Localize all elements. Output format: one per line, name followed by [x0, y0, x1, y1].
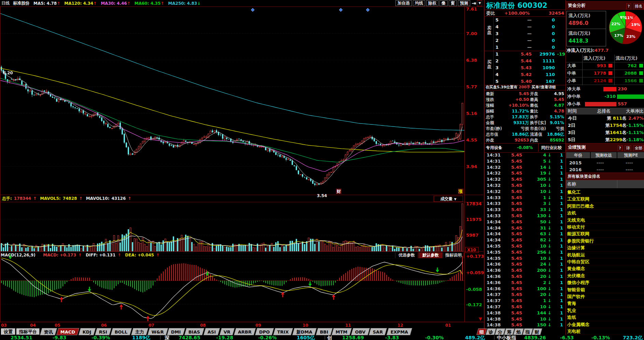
tick-tab-焰[interactable]: 焰 — [513, 328, 523, 335]
sector-item-中韩自贸区[interactable]: 中韩自贸区 — [566, 258, 644, 265]
industry-compare-button[interactable]: 同行业比较 — [541, 144, 562, 152]
tick-row: 14:345.4582 ↓1 — [485, 237, 565, 243]
svg-text:+0.059: +0.059 — [466, 270, 484, 275]
indicator-tab-VR[interactable]: VR — [219, 328, 234, 335]
tick-row: 14:365.45100 ↓1 — [485, 286, 565, 292]
toolbar-button-均线[interactable]: 均线 — [413, 0, 425, 6]
indicator-tab-DPO[interactable]: DPO — [255, 328, 274, 335]
notice-qty: 200手 — [519, 85, 530, 89]
indicator-tab-KDJ[interactable]: KDJ — [79, 328, 96, 335]
indicator-tab-新DMA[interactable]: 新DMA — [292, 328, 317, 335]
notice-detail-link[interactable]: 买单!查看详细 — [532, 85, 556, 89]
tick-row: 14:355.45256 ↓1 — [485, 249, 565, 255]
forecast-all-button[interactable]: 全部 — [633, 145, 644, 151]
sector-item-造纸[interactable]: 造纸 — [566, 314, 644, 321]
sector-item-小金属概念[interactable]: 小金属概念 — [566, 321, 644, 328]
toolbar-button-叠[interactable]: 叠 — [439, 0, 448, 6]
indicator-tab-资讯[interactable]: 资讯 — [40, 328, 57, 335]
sector-item-移动支付[interactable]: 移动支付 — [566, 224, 644, 231]
tick-row: 14:385.45150 ↓1 — [485, 322, 565, 328]
settings-button[interactable]: 设置 — [1, 328, 15, 335]
event-marker-icon[interactable] — [339, 8, 342, 12]
sector-item-工业互联网[interactable]: 工业互联网 — [566, 196, 644, 203]
toolbar-button-窗[interactable]: 窗 — [449, 0, 457, 6]
sector-item-光伏概念[interactable]: 光伏概念 — [566, 272, 644, 279]
month-label-12: 12 — [397, 323, 403, 328]
tick-tab-分[interactable]: 分 — [495, 328, 505, 335]
tick-tab-细[interactable]: 细 — [476, 328, 487, 335]
indicator-tab-BOLL[interactable]: BOLL — [111, 328, 132, 335]
sector-item-农机[interactable]: 农机 — [566, 210, 644, 217]
toolbar-button-预测[interactable]: 预测 — [458, 0, 470, 6]
sector-item-智能音箱[interactable]: 智能音箱 — [566, 286, 644, 293]
sector-item-参股民营银行[interactable]: 参股民营银行 — [566, 238, 644, 245]
ma-value: MA60: 4.35↑ — [135, 1, 164, 6]
sector-item-充电桩[interactable]: 充电桩 — [566, 328, 644, 335]
tick-tab-筹[interactable]: 筹 — [504, 328, 514, 335]
indicator-tab-MTM[interactable]: MTM — [332, 328, 352, 335]
indicator-tab-ARBR[interactable]: ARBR — [234, 328, 256, 335]
indicator-tab-BIAS[interactable]: BIAS — [184, 328, 204, 335]
period-label: 日线 — [1, 0, 10, 6]
net-bar-row-净小单: 净小单557 — [566, 100, 644, 108]
sector-item-阿里巴巴概念[interactable]: 阿里巴巴概念 — [566, 203, 644, 210]
sector-name-column-header[interactable]: 名称 — [566, 180, 644, 188]
indicator-tab-SAR[interactable]: SAR — [369, 328, 387, 335]
zhang-badge[interactable]: 涨 — [458, 189, 463, 194]
svg-text:-0.172: -0.172 — [466, 302, 482, 307]
toolbar-button-除权[interactable]: 除权 — [426, 0, 438, 6]
industry-name: 专用设备 — [486, 144, 502, 152]
nav-next-icon[interactable]: ⇥ — [470, 0, 476, 6]
macd-param-button-2[interactable]: 默认参数 — [419, 252, 442, 258]
tick-trade-list[interactable]: 14:315.454 ↓114:315.455 ↓114:325.4514 ↓1… — [485, 152, 565, 328]
toolbar-dropdown[interactable]: ▼ — [477, 0, 482, 6]
net-bar-row-净中单: 净中单-310 — [566, 93, 644, 100]
tick-tab-财[interactable]: 财 — [532, 328, 542, 335]
cai-news-badge[interactable]: 财 — [336, 189, 341, 194]
inflow-value: 4896.0 — [569, 20, 588, 26]
indicator-tab-RSI[interactable]: RSI — [95, 328, 111, 335]
macd-param-button-3[interactable]: 指标说明 — [443, 252, 464, 258]
mavol5-label: MAVOL5: — [40, 196, 61, 201]
sector-item-机场航运[interactable]: 机场航运 — [566, 252, 644, 258]
tick-row: 14:325.4510 ↓1 — [485, 189, 565, 195]
indicator-tab-BBI[interactable]: BBI — [316, 328, 332, 335]
kline-chart[interactable]: 7.617.006.385.775.164.553.94178341197559… — [0, 6, 484, 322]
volume-indicator-selector[interactable]: 成交量 ▼ — [434, 196, 463, 202]
index-change: -9.83 — [53, 335, 66, 340]
indicator-platform-button[interactable]: 指标平台 — [16, 328, 40, 335]
sector-item-边缘计算[interactable]: 边缘计算 — [566, 245, 644, 251]
sector-item-黄金概念[interactable]: 黄金概念 — [566, 265, 644, 272]
sector-item-乳业[interactable]: 乳业 — [566, 307, 644, 314]
sector-item-氟化工[interactable]: 氟化工 — [566, 189, 644, 196]
stats-row: 涨幅+10.10%最低4.87 — [485, 103, 565, 108]
indicator-tab-OBV[interactable]: OBV — [351, 328, 370, 335]
forecast-col-1: 年份 — [566, 152, 590, 158]
macd-histogram — [1, 256, 462, 297]
indicator-tab-主力[interactable]: 主力 — [131, 328, 148, 335]
ma-value: MA30: 4.46↑ — [101, 1, 130, 6]
sector-item-青海[interactable]: 青海 — [566, 300, 644, 307]
sector-item-微信小程序[interactable]: 微信小程序 — [566, 279, 644, 286]
indicator-tab-DMI[interactable]: DMI — [167, 328, 185, 335]
tick-row: 14:315.454 ↓1 — [485, 152, 565, 158]
event-marker-icon[interactable] — [251, 8, 254, 12]
divider — [160, 336, 160, 340]
help-button[interactable]: ? — [618, 145, 622, 151]
indicator-tab-EXPMA[interactable]: EXPMA — [387, 328, 412, 335]
indicator-tab-TRIX[interactable]: TRIX — [273, 328, 293, 335]
event-marker-icon[interactable] — [366, 8, 369, 12]
tick-tab-诊[interactable]: 诊 — [486, 328, 496, 335]
stats-row: 最新5.45开盘4.95 — [485, 91, 565, 97]
stats-row: 金额9331万换手[实]9.01% — [485, 120, 565, 126]
sector-item-无线充电[interactable]: 无线充电 — [566, 217, 644, 224]
indicator-tab-ASI[interactable]: ASI — [204, 328, 220, 335]
sector-item-国产软件[interactable]: 国产软件 — [566, 293, 644, 300]
indicator-tab-W&R[interactable]: W&R — [148, 328, 168, 335]
macd-param-button-1[interactable]: 优选参数 — [395, 252, 418, 258]
sector-item-能源互联网[interactable]: 能源互联网 — [566, 231, 644, 237]
indicator-tab-MACD[interactable]: MACD — [56, 328, 79, 335]
tick-tab-指[interactable]: 指 — [522, 328, 533, 335]
toolbar-button-加自选[interactable]: 加自选 — [395, 0, 412, 6]
forecast-detail-button[interactable]: 详 — [625, 145, 631, 151]
